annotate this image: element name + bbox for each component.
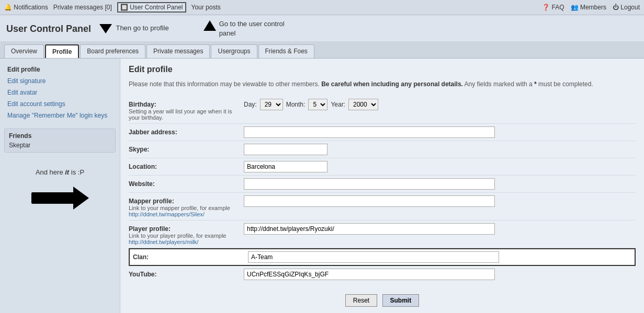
content-title: Edit profile <box>129 65 636 74</box>
jabber-row: Jabber address: <box>129 124 636 141</box>
location-label: Location: <box>129 161 244 170</box>
location-control <box>244 161 636 172</box>
logout-icon: ⏻ <box>613 4 619 11</box>
and-here-text: And here it is :P <box>4 168 116 176</box>
skype-input[interactable] <box>244 144 327 155</box>
mapper-row: Mapper profile: Link to your mapper prof… <box>129 193 636 221</box>
sidebar-manage-login-keys[interactable]: Manage "Remember Me" login keys <box>4 110 116 121</box>
top-nav-right: ❓ FAQ 👥 Members ⏻ Logout <box>542 4 640 11</box>
clan-label: Clan: <box>133 251 248 261</box>
top-nav: 🔔 Notifications Private messages [0] 🔲 U… <box>0 0 644 15</box>
tab-friends-foes[interactable]: Friends & Foes <box>258 44 314 58</box>
sidebar: Edit profile Edit signature Edit avatar … <box>0 59 120 313</box>
tab-profile[interactable]: Profile <box>45 44 79 58</box>
clan-row: Clan: <box>129 248 636 266</box>
logout-link[interactable]: ⏻ Logout <box>613 4 640 11</box>
clan-control <box>248 251 631 263</box>
bell-icon: 🔔 <box>4 4 12 11</box>
tab-bar: Overview Profile Board preferences Priva… <box>0 41 644 59</box>
day-label: Day: <box>244 101 257 108</box>
website-label: Website: <box>129 178 244 188</box>
your-posts-link[interactable]: Your posts <box>191 4 221 11</box>
tab-board-preferences[interactable]: Board preferences <box>80 44 145 58</box>
members-icon: 👥 <box>571 4 579 11</box>
birthday-row: Birthday: Setting a year will list your … <box>129 96 636 124</box>
website-row: Website: <box>129 176 636 193</box>
birthday-controls: Day: 29 Month: 5 Year: 2000 <box>244 99 636 110</box>
mapper-example-link[interactable]: http://ddnet.tw/mappers/Silex/ <box>129 211 205 217</box>
sidebar-edit-signature[interactable]: Edit signature <box>4 75 116 87</box>
tab-private-messages[interactable]: Private messages <box>146 44 210 58</box>
form-table: Birthday: Setting a year will list your … <box>129 96 636 283</box>
sidebar-edit-account[interactable]: Edit account settings <box>4 98 116 110</box>
submit-button[interactable]: Submit <box>382 294 420 307</box>
jabber-control <box>244 126 636 138</box>
jabber-label: Jabber address: <box>129 126 244 136</box>
skype-control <box>244 144 636 155</box>
ucp-link-box[interactable]: 🔲 User Control Panel <box>117 2 186 13</box>
birthday-selects: Day: 29 Month: 5 Year: 2000 <box>244 99 378 110</box>
friends-box: Friends Skeptar <box>4 129 116 153</box>
notifications-link[interactable]: 🔔 Notifications <box>4 4 48 11</box>
faq-link[interactable]: ❓ FAQ <box>542 4 564 11</box>
tab-usergroups[interactable]: Usergroups <box>211 44 257 58</box>
content: Edit profile Please note that this infor… <box>120 59 644 313</box>
skype-label: Skype: <box>129 144 244 153</box>
top-nav-left: 🔔 Notifications Private messages [0] 🔲 U… <box>4 2 221 13</box>
header: User Control Panel Then go to profile Go… <box>0 15 644 41</box>
friend-item: Skeptar <box>9 142 111 149</box>
youtube-control <box>244 269 636 280</box>
ucp-link[interactable]: User Control Panel <box>130 4 183 11</box>
location-row: Location: <box>129 158 636 176</box>
location-input[interactable] <box>244 161 327 172</box>
private-messages-link[interactable]: Private messages [0] <box>53 4 112 11</box>
page-title: User Control Panel <box>6 24 91 34</box>
faq-icon: ❓ <box>542 4 550 11</box>
player-example-link[interactable]: http://ddnet.tw/players/milk/ <box>129 239 198 245</box>
youtube-label: YouTube: <box>129 269 244 278</box>
player-input[interactable] <box>244 223 495 235</box>
website-input[interactable] <box>244 178 495 190</box>
members-link[interactable]: 👥 Members <box>571 4 606 11</box>
tab-overview[interactable]: Overview <box>4 44 44 58</box>
youtube-row: YouTube: <box>129 266 636 283</box>
form-buttons: Reset Submit <box>129 290 636 311</box>
website-control <box>244 178 636 190</box>
birthday-year-select[interactable]: 2000 <box>348 99 378 110</box>
player-row: Player profile: Link to your player prof… <box>129 221 636 248</box>
friends-box-title: Friends <box>9 132 111 140</box>
annotation1: Then go to profile <box>99 24 169 33</box>
ucp-icon: 🔲 <box>120 4 128 11</box>
skype-row: Skype: <box>129 141 636 158</box>
birthday-day-select[interactable]: 29 <box>260 99 283 110</box>
sidebar-edit-profile[interactable]: Edit profile <box>4 64 116 75</box>
clan-input[interactable] <box>248 251 499 263</box>
jabber-input[interactable] <box>244 126 495 138</box>
year-label: Year: <box>331 101 345 108</box>
mapper-input[interactable] <box>244 195 495 207</box>
mapper-label: Mapper profile: Link to your mapper prof… <box>129 195 244 217</box>
youtube-input[interactable] <box>244 269 495 280</box>
arrow-right-shape <box>31 187 89 210</box>
birthday-month-select[interactable]: 5 <box>308 99 327 110</box>
mapper-control <box>244 195 636 207</box>
arrow-up-annotation: Go to the user control panel <box>204 19 292 38</box>
notice-text: Please note that this information may be… <box>129 79 636 89</box>
arrow-right-container <box>4 187 116 210</box>
birthday-label: Birthday: Setting a year will list your … <box>129 99 244 121</box>
player-control <box>244 223 636 235</box>
main: Edit profile Edit signature Edit avatar … <box>0 59 644 313</box>
month-label: Month: <box>286 101 306 108</box>
player-label: Player profile: Link to your player prof… <box>129 223 244 245</box>
reset-button[interactable]: Reset <box>345 294 377 307</box>
sidebar-edit-avatar[interactable]: Edit avatar <box>4 87 116 98</box>
annotation2: Go to the user control panel <box>219 19 292 38</box>
